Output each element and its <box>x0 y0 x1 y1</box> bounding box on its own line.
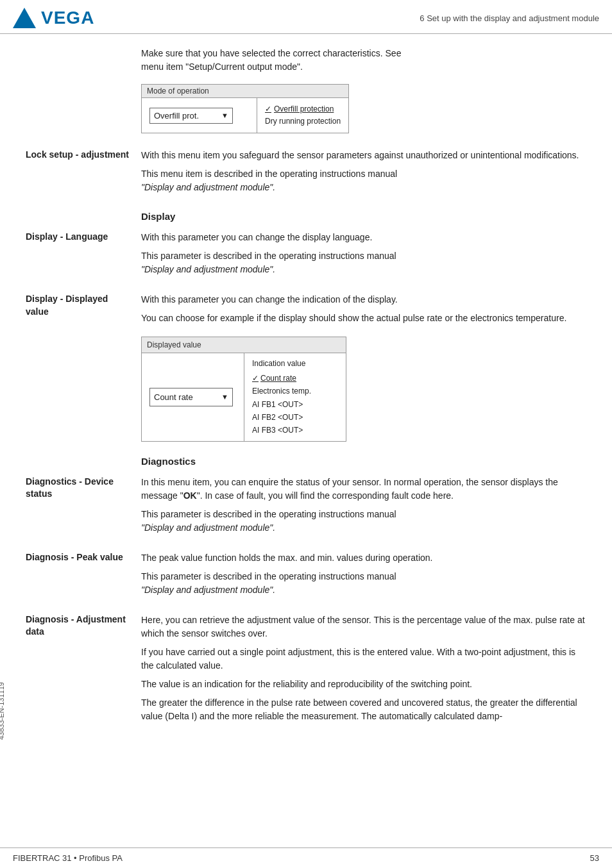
diagnostics-device-para2: This parameter is described in the opera… <box>141 508 586 535</box>
checkmark-icon: ✓ <box>265 103 271 115</box>
diagnosis-adjustment-label-line2: data <box>26 626 44 637</box>
intro-line2: menu item "Setup/Current output mode". <box>141 62 303 72</box>
footer-left-text: FIBERTRAC 31 • Profibus PA <box>13 853 123 863</box>
diagnosis-peak-para1: The peak value function holds the max. a… <box>141 551 586 565</box>
main-content: Make sure that you have selected the cor… <box>0 34 612 753</box>
mode-select-dropdown[interactable]: Overfill prot. ▼ <box>149 108 233 124</box>
indication-option-ai-fb1: AI FB1 <OUT> <box>252 398 311 411</box>
mode-option-overfill-label: Overfill protection <box>274 103 334 115</box>
diagnosis-peak-para2-text: This parameter is described in the opera… <box>141 571 396 581</box>
indication-option-count-rate: ✓ Count rate <box>252 372 311 385</box>
displayed-value-box-body: Count rate ▼ Indication value ✓ Count ra… <box>142 353 346 440</box>
display-language-para1: With this parameter you can change the d… <box>141 231 586 244</box>
display-value-label: Display - Displayed value <box>26 293 141 444</box>
mode-option-dry: Dry running protection <box>265 115 341 128</box>
mode-option-overfill: ✓ Overfill protection <box>265 103 341 115</box>
displayed-value-box-left: Count rate ▼ <box>142 353 244 440</box>
displayed-value-box-right: Indication value ✓ Count rate Electronic… <box>244 353 319 440</box>
logo-triangle-icon <box>13 8 36 28</box>
page-footer: FIBERTRAC 31 • Profibus PA 53 <box>0 847 612 868</box>
diagnosis-adjustment-label: Diagnosis - Adjustment data <box>26 613 141 728</box>
displayed-value-arrow-icon: ▼ <box>221 392 228 403</box>
display-language-label: Display - Language <box>26 231 141 281</box>
side-label: 43833-EN-131119 <box>0 682 5 740</box>
diagnostics-heading: Diagnostics <box>141 456 586 467</box>
mode-box-title: Mode of operation <box>142 85 348 98</box>
logo: VEGA <box>13 8 94 28</box>
diagnosis-adjustment-label-line1: Diagnosis - Adjustment <box>26 614 126 624</box>
displayed-value-box-title: Displayed value <box>142 337 346 353</box>
indication-option-electronics: Electronics temp. <box>252 385 311 397</box>
indication-ai-fb2-label: AI FB2 <OUT> <box>252 413 303 422</box>
lock-setup-label: Lock setup - adjustment <box>26 149 141 199</box>
lock-setup-para2: This menu item is described in the opera… <box>141 167 586 194</box>
indication-ai-fb1-label: AI FB1 <OUT> <box>252 400 303 409</box>
mode-box-left: Overfill prot. ▼ <box>142 98 257 133</box>
diagnostics-device-para2-text: This parameter is described in the opera… <box>141 509 396 519</box>
diagnosis-peak-para2-italic: "Display and adjustment module". <box>141 585 275 595</box>
display-language-para2-text: This parameter is described in the opera… <box>141 251 396 261</box>
display-language-para2-italic: "Display and adjustment module". <box>141 264 275 274</box>
diagnosis-adjustment-para1: Here, you can retrieve the adjustment va… <box>141 613 586 640</box>
diagnostics-device-label: Diagnostics - Device status <box>26 476 141 540</box>
indication-title: Indication value <box>252 357 311 370</box>
indication-option-ai-fb3: AI FB3 <OUT> <box>252 424 311 437</box>
indication-checkmark-icon: ✓ <box>252 372 259 385</box>
diagnostics-device-para1: In this menu item, you can enquire the s… <box>141 476 586 503</box>
display-language-para2: This parameter is described in the opera… <box>141 249 586 276</box>
display-value-content: With this parameter you can change the i… <box>141 293 586 444</box>
header-chapter-title: 6 Set up with the display and adjustment… <box>420 13 599 23</box>
mode-option-dry-label: Dry running protection <box>265 115 341 128</box>
display-heading: Display <box>141 211 586 222</box>
diagnosis-adjustment-para2: If you have carried out a single point a… <box>141 646 586 672</box>
footer-page-number: 53 <box>590 853 599 863</box>
display-value-para2: You can choose for example if the displa… <box>141 312 586 325</box>
diagnosis-peak-label: Diagnosis - Peak value <box>26 551 141 602</box>
diagnosis-peak-content: The peak value function holds the max. a… <box>141 551 586 602</box>
lock-setup-para1: With this menu item you safeguard the se… <box>141 149 586 162</box>
mode-select-value: Overfill prot. <box>154 111 199 121</box>
display-language-content: With this parameter you can change the d… <box>141 231 586 281</box>
diagnosis-adjustment-para3: The value is an indication for the relia… <box>141 678 586 691</box>
indication-count-rate-label: Count rate <box>260 372 296 385</box>
intro-line1: Make sure that you have selected the cor… <box>141 48 401 58</box>
indication-option-ai-fb2: AI FB2 <OUT> <box>252 411 311 424</box>
display-value-para1: With this parameter you can change the i… <box>141 293 586 306</box>
intro-text: Make sure that you have selected the cor… <box>141 47 586 74</box>
page-header: VEGA 6 Set up with the display and adjus… <box>0 0 612 34</box>
lock-setup-section: Lock setup - adjustment With this menu i… <box>26 149 586 199</box>
dropdown-arrow-icon: ▼ <box>221 112 228 119</box>
displayed-value-dropdown[interactable]: Count rate ▼ <box>149 388 233 407</box>
diagnostics-device-section: Diagnostics - Device status In this menu… <box>26 476 586 540</box>
diagnostics-device-label-line2: status <box>26 488 52 499</box>
display-value-section: Display - Displayed value With this para… <box>26 293 586 444</box>
lock-setup-para2-italic: "Display and adjustment module". <box>141 182 275 192</box>
diagnosis-adjustment-content: Here, you can retrieve the adjustment va… <box>141 613 586 728</box>
lock-setup-para2-text: This menu item is described in the opera… <box>141 169 397 179</box>
indication-ai-fb3-label: AI FB3 <OUT> <box>252 426 303 435</box>
displayed-value-selected: Count rate <box>154 391 193 404</box>
diagnostics-device-content: In this menu item, you can enquire the s… <box>141 476 586 540</box>
diagnostics-device-para2-italic: "Display and adjustment module". <box>141 522 275 533</box>
lock-setup-content: With this menu item you safeguard the se… <box>141 149 586 199</box>
mode-of-operation-box: Mode of operation Overfill prot. ▼ ✓ Ove… <box>141 84 349 133</box>
diagnosis-peak-section: Diagnosis - Peak value The peak value fu… <box>26 551 586 602</box>
diagnostics-device-label-line1: Diagnostics - Device <box>26 476 114 487</box>
mode-box-body: Overfill prot. ▼ ✓ Overfill protection D… <box>142 98 348 133</box>
displayed-value-box: Displayed value Count rate ▼ Indication … <box>141 337 346 441</box>
display-language-section: Display - Language With this parameter y… <box>26 231 586 281</box>
ok-text: OK <box>183 490 197 501</box>
diagnosis-peak-para2: This parameter is described in the opera… <box>141 570 586 597</box>
diagnosis-adjustment-section: Diagnosis - Adjustment data Here, you ca… <box>26 613 586 728</box>
indication-electronics-label: Electronics temp. <box>252 387 311 396</box>
diagnosis-adjustment-para4: The greater the difference in the pulse … <box>141 696 586 723</box>
mode-box-right: ✓ Overfill protection Dry running protec… <box>257 98 348 133</box>
logo-text: VEGA <box>41 8 94 28</box>
